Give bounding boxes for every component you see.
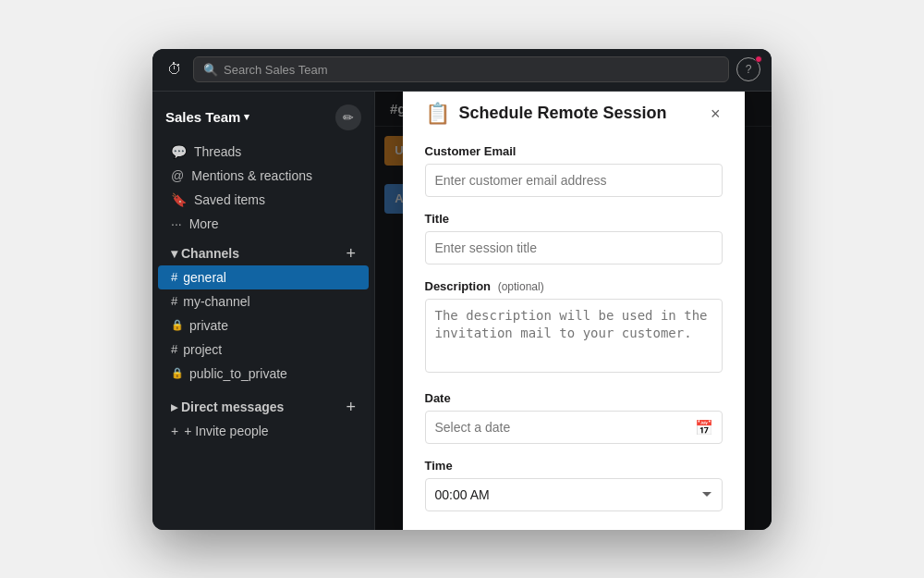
dm-section: ▸ Direct messages + <box>152 389 374 419</box>
search-icon: 🔍 <box>203 63 218 77</box>
description-textarea[interactable] <box>425 299 723 373</box>
dm-section-header: ▸ Direct messages + <box>158 389 369 419</box>
dm-expand-icon: ▸ <box>171 400 177 414</box>
time-group: Time 00:00 AM 01:00 AM 06:00 AM 09:00 AM… <box>425 459 723 511</box>
reminder-group: Reminder <box>425 526 723 530</box>
description-label: Description (optional) <box>425 279 723 293</box>
chat-area: #general ⭐ U A 📋 <box>374 92 772 530</box>
add-dm-button[interactable]: + <box>346 399 356 415</box>
compose-button[interactable]: ✏ <box>335 105 361 130</box>
channels-title[interactable]: ▾ Channels <box>171 246 239 261</box>
channels-section-header: ▾ Channels + <box>158 236 369 265</box>
customer-email-group: Customer Email <box>425 144 723 197</box>
modal-title-row: 📋 Schedule Remote Session <box>425 102 667 126</box>
modal-close-button[interactable]: × <box>709 104 723 124</box>
channel-hash-icon: # <box>171 342 177 356</box>
channels-collapse-icon: ▾ <box>171 246 177 261</box>
title-group: Title <box>425 212 723 264</box>
sidebar-item-label: Threads <box>194 144 241 159</box>
date-input[interactable] <box>425 411 723 444</box>
mentions-icon: @ <box>171 168 184 183</box>
modal-title: Schedule Remote Session <box>459 104 667 123</box>
workspace-chevron-icon: ▾ <box>244 111 249 123</box>
modal-header: 📋 Schedule Remote Session × <box>425 102 723 126</box>
lock-icon: 🔒 <box>171 319 184 331</box>
channel-item-general[interactable]: # general <box>158 265 369 289</box>
description-group: Description (optional) <box>425 279 723 376</box>
invite-people-button[interactable]: + + Invite people <box>158 419 369 443</box>
session-title-input[interactable] <box>425 231 723 264</box>
customer-email-input[interactable] <box>425 164 723 197</box>
modal-icon: 📋 <box>425 102 450 126</box>
channel-hash-icon: # <box>171 294 177 308</box>
sidebar-item-more[interactable]: ··· More <box>158 212 369 236</box>
more-icon: ··· <box>171 216 182 231</box>
help-button[interactable]: ? <box>736 57 760 81</box>
schedule-modal: 📋 Schedule Remote Session × Customer Ema… <box>403 92 745 530</box>
sidebar-item-label: Saved items <box>194 192 265 207</box>
modal-overlay: 📋 Schedule Remote Session × Customer Ema… <box>375 92 772 530</box>
title-label: Title <box>425 212 723 226</box>
date-label: Date <box>425 391 723 405</box>
sidebar-item-threads[interactable]: 💬 Threads <box>158 140 369 164</box>
workspace-name[interactable]: Sales Team ▾ <box>165 109 249 125</box>
search-bar[interactable]: 🔍 Search Sales Team <box>193 56 729 82</box>
time-select[interactable]: 00:00 AM 01:00 AM 06:00 AM 09:00 AM 12:0… <box>425 478 723 511</box>
app-window: ⏱ 🔍 Search Sales Team ? Sales Team ▾ ✏ <box>152 49 772 530</box>
main-content: Sales Team ▾ ✏ 💬 Threads @ Mentions & re… <box>152 92 772 530</box>
top-bar: ⏱ 🔍 Search Sales Team ? <box>152 49 772 92</box>
channel-item-private[interactable]: 🔒 private <box>158 314 369 338</box>
time-label: Time <box>425 459 723 473</box>
channel-hash-icon: # <box>171 270 177 284</box>
threads-icon: 💬 <box>171 144 187 159</box>
dm-title[interactable]: ▸ Direct messages <box>171 400 284 414</box>
compose-icon: ✏ <box>343 110 354 125</box>
add-channel-button[interactable]: + <box>346 245 356 262</box>
bookmark-icon: 🔖 <box>171 192 187 207</box>
channel-item-project[interactable]: # project <box>158 338 369 362</box>
sidebar-item-label: Mentions & reactions <box>191 168 312 183</box>
search-placeholder: Search Sales Team <box>224 63 328 77</box>
customer-email-label: Customer Email <box>425 144 723 158</box>
notification-badge <box>755 55 762 63</box>
history-button[interactable]: ⏱ <box>164 57 186 81</box>
date-group: Date 📅 <box>425 391 723 444</box>
lock-icon: 🔒 <box>171 367 184 379</box>
workspace-header: Sales Team ▾ ✏ <box>152 99 374 140</box>
optional-tag: (optional) <box>498 280 544 293</box>
channel-item-my-channel[interactable]: # my-channel <box>158 289 369 314</box>
sidebar: Sales Team ▾ ✏ 💬 Threads @ Mentions & re… <box>152 92 374 530</box>
sidebar-item-saved[interactable]: 🔖 Saved items <box>158 188 369 212</box>
date-input-wrapper: 📅 <box>425 411 723 444</box>
history-icon: ⏱ <box>167 61 182 77</box>
reminder-label: Reminder <box>425 528 480 530</box>
invite-icon: + <box>171 424 178 438</box>
help-icon: ? <box>746 63 752 76</box>
channel-item-public-to-private[interactable]: 🔒 public_to_private <box>158 362 369 386</box>
sidebar-item-label: More <box>189 216 219 231</box>
sidebar-item-mentions[interactable]: @ Mentions & reactions <box>158 164 369 188</box>
